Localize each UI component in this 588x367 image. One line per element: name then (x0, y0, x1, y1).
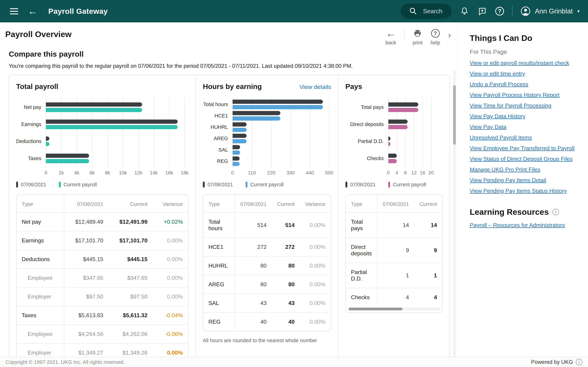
cell: $1,349.26 (109, 343, 153, 357)
cell: 272 (235, 238, 272, 256)
powered-by-text: Powered by UKG (531, 359, 573, 365)
cell: $17,101.70 (64, 231, 109, 250)
chart-plot: Net payEarningsDeductionsTaxes (16, 99, 189, 167)
chart-legend: 07/06/2021Current payroll (16, 182, 189, 188)
panel-hours-by-earning: Hours by earning View details Total hour… (196, 75, 338, 357)
chevron-right-icon[interactable]: › (448, 30, 451, 40)
bar-previous (233, 156, 240, 161)
user-menu[interactable]: Ann Grinblat ▾ (520, 6, 579, 16)
legend-item: Current payroll (59, 182, 97, 188)
back-action[interactable]: ← back (386, 28, 396, 46)
info-icon[interactable]: i (552, 209, 559, 215)
table-header-row: Type07/06/2021CurrentVariance (203, 195, 331, 213)
cell: $5,613.83 (64, 306, 109, 325)
chart-row: SAL (203, 145, 331, 155)
feedback-button[interactable] (477, 6, 487, 16)
sidebar-title: Things I Can Do (470, 33, 581, 43)
sidebar-link[interactable]: View Time for Payroll Processing (470, 100, 581, 111)
bar-current (388, 159, 397, 163)
cell: SAL (203, 294, 235, 312)
pays-table-horizontal-scrollbar-thumb[interactable] (349, 308, 403, 310)
legend-label: Current payroll (393, 182, 426, 188)
cell: $4,262.06 (109, 325, 153, 343)
sidebar-link[interactable]: Unresolved Payroll Items (470, 132, 581, 143)
chart-row: Total pays (346, 102, 442, 112)
cell: 9 (377, 238, 414, 263)
column-header: Current (109, 195, 153, 213)
view-details-link[interactable]: View details (299, 83, 331, 90)
main-area: Payroll Overview ← back (0, 22, 588, 357)
table-row: Employer$97.50$97.500.00% (17, 287, 188, 306)
bar-current (233, 105, 323, 109)
learning-resources-link[interactable]: Payroll – Resources for Administrators (470, 222, 565, 228)
sidebar-link[interactable]: View Pay Data (470, 122, 581, 132)
column-header: Current (272, 195, 300, 213)
caret-down-icon: ▾ (577, 8, 579, 14)
category-label: Earnings (16, 121, 46, 127)
cell: Taxes (17, 306, 64, 325)
bar-current (388, 142, 390, 146)
cell: 514 (272, 213, 300, 238)
ukg-info-icon[interactable]: i (576, 359, 582, 366)
sidebar-link[interactable]: Undo a Payroll Process (470, 79, 581, 90)
table-row: Net pay$12,489.49$12,491.99+0.02% (17, 213, 188, 231)
chart-row: Direct deposits (346, 119, 442, 129)
panel-title-total-payroll: Total payroll (16, 83, 58, 91)
bar-previous (46, 154, 89, 158)
compare-description: You're comparing this payroll to the reg… (9, 63, 453, 69)
help-icon[interactable]: ? (495, 7, 504, 16)
sidebar-link[interactable]: View Pending Pay Items Status History (470, 186, 581, 196)
table-row: Employee$4,264.56$4,262.06-0.06% (17, 325, 188, 343)
cell: HCE1 (203, 238, 235, 256)
menu-icon[interactable] (10, 8, 18, 14)
sidebar-links: View or edit payroll results/instant che… (470, 58, 581, 196)
axis-tick-label: 18k (181, 170, 189, 176)
sidebar-link[interactable]: View or edit time entry (470, 68, 581, 79)
search-button[interactable]: Search (401, 4, 451, 19)
bar-previous (46, 136, 49, 141)
chart-row: HUHRL (203, 122, 331, 132)
table-row: Earnings$17,101.70$17,101.700.00% (17, 231, 188, 250)
help-action[interactable]: ? help (431, 28, 440, 46)
bar-previous (233, 134, 247, 138)
bar-group (46, 154, 189, 163)
total-payroll-table: Type07/06/2021CurrentVarianceNet pay$12,… (16, 194, 189, 357)
print-action[interactable]: print (413, 28, 423, 46)
pays-table: Type07/06/2021CurrentTotal pays1414Direc… (346, 194, 442, 313)
legend-marker (59, 182, 61, 188)
axis-tick-label: 14k (150, 170, 158, 176)
sidebar-link[interactable]: View Employee Pay Transferred to Payroll (470, 143, 581, 154)
category-label: SAL (203, 147, 233, 153)
category-label: AREG (203, 136, 233, 141)
bar-group (388, 136, 442, 146)
column-header: 07/06/2021 (64, 195, 109, 213)
bar-group (388, 119, 442, 129)
axis-tick-label: 220 (267, 170, 276, 176)
bar-group (388, 102, 442, 112)
bar-group (233, 134, 331, 143)
cell: Total hours (203, 213, 235, 238)
sidebar-link[interactable]: Manage UKG Pro Print Files (470, 164, 581, 175)
axis-tick-label: 20 (428, 170, 434, 176)
cell: 80 (272, 275, 300, 294)
bar-current (46, 159, 89, 163)
bar-current (46, 142, 49, 146)
bar-previous (46, 119, 178, 124)
page-title: Payroll Overview (5, 29, 72, 39)
bar-group (233, 100, 331, 109)
content-scrollbar-thumb[interactable] (453, 85, 456, 145)
notifications-button[interactable] (459, 6, 469, 16)
back-icon[interactable]: ← (28, 6, 37, 16)
sidebar-link[interactable]: View Status of Direct Deposit Group File… (470, 154, 581, 164)
sidebar-link[interactable]: View Payroll Process History Report (470, 90, 581, 100)
axis-tick-label: 2k (59, 170, 64, 176)
cell: Direct deposits (346, 238, 377, 263)
bar-previous (233, 100, 323, 104)
sidebar-link[interactable]: View Pay Data History (470, 111, 581, 122)
bar-current (233, 117, 280, 121)
search-label: Search (423, 8, 442, 15)
pays-chart: Total paysDirect depositsPartial D.D.Che… (346, 99, 442, 188)
sidebar-link[interactable]: View or edit payroll results/instant che… (470, 58, 581, 68)
cell: +0.02% (153, 213, 188, 231)
sidebar-link[interactable]: View Pending Pay Items Detail (470, 175, 581, 186)
